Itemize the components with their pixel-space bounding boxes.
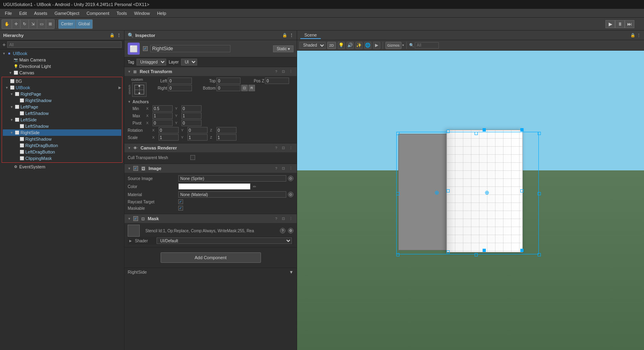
rect-tool[interactable]: ▭ xyxy=(37,20,46,29)
tree-item-bg[interactable]: ⬜ BG xyxy=(3,78,121,84)
step-btn[interactable]: ⏭ xyxy=(625,20,634,28)
material-circle-btn[interactable]: ⊙ xyxy=(288,192,293,197)
canvas-renderer-header[interactable]: ▼ 👁 Canvas Renderer ? ⊡ ⋮ xyxy=(124,143,297,152)
tree-item-rightside[interactable]: ▼ ⬜ RightSide xyxy=(3,129,121,136)
rotation-z-input[interactable] xyxy=(216,127,236,133)
rect-transform-header[interactable]: ▼ ⊞ Rect Transform ? ⊡ ⋮ xyxy=(124,67,297,76)
mask-preset-icon[interactable]: ⊡ xyxy=(281,216,286,221)
menu-component[interactable]: Component xyxy=(83,10,112,16)
move-tool[interactable]: ✛ xyxy=(12,20,20,29)
menu-gameobject[interactable]: GameObject xyxy=(51,10,83,16)
pivot-x-input[interactable] xyxy=(153,120,173,126)
anchors-min-x-input[interactable] xyxy=(153,105,173,112)
anchors-max-x-input[interactable] xyxy=(153,113,173,119)
anchors-header[interactable]: ▼ Anchors xyxy=(128,98,293,105)
anchors-max-y-input[interactable] xyxy=(181,113,202,119)
mask-enabled-checkbox[interactable] xyxy=(133,216,138,221)
scale-z-input[interactable] xyxy=(216,134,236,141)
raycast-checkbox[interactable] xyxy=(178,199,183,204)
menu-help[interactable]: Help xyxy=(154,10,169,16)
rotation-y-input[interactable] xyxy=(187,127,208,133)
scene-fx-icon[interactable]: ✨ xyxy=(355,42,363,49)
layer-select[interactable]: UI xyxy=(181,59,197,65)
tree-item-leftpage[interactable]: ▼ ⬜ LeftPage xyxy=(3,104,121,110)
rotation-x-input[interactable] xyxy=(159,127,179,133)
pivot-y-input[interactable] xyxy=(181,120,202,126)
tree-item-leftside[interactable]: ▼ ⬜ LeftSide xyxy=(3,117,121,123)
rect-transform-preset-icon[interactable]: ⊡ xyxy=(281,69,286,74)
material-picker[interactable]: None (Material) xyxy=(178,191,286,198)
menu-file[interactable]: File xyxy=(2,10,15,16)
left-input[interactable] xyxy=(168,78,192,84)
maskable-checkbox[interactable] xyxy=(178,206,183,211)
hierarchy-search-input[interactable] xyxy=(7,41,122,48)
image-help-icon[interactable]: ? xyxy=(273,166,279,171)
scene-light-icon[interactable]: 💡 xyxy=(338,42,345,49)
image-header[interactable]: ▼ 🖼 Image ? ⊡ ⋮ xyxy=(124,164,297,173)
mask-header[interactable]: ▼ ⊡ Mask ? ⊡ ⋮ xyxy=(124,214,297,223)
mask-settings-circle[interactable]: ⚙ xyxy=(288,228,293,233)
image-menu-icon[interactable]: ⋮ xyxy=(288,166,293,171)
source-image-picker[interactable]: None (Sprite) xyxy=(178,175,286,182)
tree-item-leftshadow2[interactable]: ⬜ LeftShadow xyxy=(3,123,121,129)
tree-item-rightdrag[interactable]: ⬜ RightDragButton xyxy=(3,142,121,149)
scene-anim-icon[interactable]: ▶ xyxy=(373,42,380,49)
menu-assets[interactable]: Assets xyxy=(31,10,51,16)
rt-reset-btn[interactable]: ⊡ xyxy=(241,85,248,91)
rect-transform-help-icon[interactable]: ? xyxy=(273,69,279,74)
rotate-tool[interactable]: ↻ xyxy=(20,20,29,29)
inspector-menu-icon[interactable]: ⋮ xyxy=(289,33,293,37)
pivot-btn[interactable]: Center xyxy=(59,20,76,29)
canvas-renderer-preset-icon[interactable]: ⊡ xyxy=(281,145,286,151)
scene-sky-icon[interactable]: 🌐 xyxy=(364,42,371,49)
menu-tools[interactable]: Tools xyxy=(113,10,130,16)
space-btn[interactable]: Global xyxy=(76,20,92,29)
tree-item-rightshadow[interactable]: ⬜ RightShadow xyxy=(3,97,121,104)
tree-item-maincamera[interactable]: 📷 Main Camera xyxy=(0,57,124,63)
add-component-btn[interactable]: Add Component xyxy=(161,252,261,263)
inspector-lock-icon[interactable]: 🔒 xyxy=(282,33,287,37)
transform-tool[interactable]: ⊞ xyxy=(46,20,54,29)
bottom-input[interactable] xyxy=(216,85,240,91)
source-image-circle-btn[interactable]: ⊙ xyxy=(288,176,293,181)
top-input[interactable] xyxy=(216,78,240,84)
hand-tool[interactable]: ✋ xyxy=(2,20,12,29)
canvas-renderer-menu-icon[interactable]: ⋮ xyxy=(288,145,293,151)
mask-help-icon[interactable]: ? xyxy=(273,216,279,221)
scale-x-input[interactable] xyxy=(159,134,179,141)
shading-mode-select[interactable]: Shaded xyxy=(300,42,326,49)
tree-item-clippingmask[interactable]: ⬜ ClippingMask xyxy=(3,155,121,162)
cull-checkbox[interactable] xyxy=(190,155,195,160)
tree-item-eventsystem[interactable]: ⚙ EventSystem xyxy=(0,164,124,170)
menu-window[interactable]: Window xyxy=(131,10,153,16)
mask-help-circle[interactable]: ? xyxy=(280,228,285,233)
rt-r-btn[interactable]: R xyxy=(249,85,255,91)
menu-edit[interactable]: Edit xyxy=(16,10,30,16)
scene-tab[interactable]: Scene xyxy=(300,32,321,39)
object-enabled-checkbox[interactable] xyxy=(143,46,148,51)
tree-item-rightpage[interactable]: ▼ ⬜ RightPage xyxy=(3,91,121,97)
scale-y-input[interactable] xyxy=(187,134,208,141)
tree-item-leftshadow[interactable]: ⬜ LeftShadow xyxy=(3,110,121,117)
2d-mode-btn[interactable]: 2D xyxy=(327,42,336,49)
tree-item-canvas[interactable]: ▼ ⬜ Canvas xyxy=(0,70,124,76)
image-enabled-checkbox[interactable] xyxy=(133,166,138,171)
shader-expand-icon[interactable]: ▶ xyxy=(129,239,133,243)
scene-viewport[interactable]: ⊕ ⊕ xyxy=(297,51,644,350)
color-pick-icon[interactable]: ✏ xyxy=(253,184,256,189)
tag-select[interactable]: Untagged xyxy=(137,59,166,65)
play-btn[interactable]: ▶ xyxy=(605,20,615,28)
canvas-renderer-help-icon[interactable]: ? xyxy=(273,145,279,151)
shader-select[interactable]: UI/Default xyxy=(157,237,292,244)
mask-menu-icon[interactable]: ⋮ xyxy=(288,216,293,221)
color-swatch[interactable] xyxy=(178,183,251,190)
tree-item-uibook[interactable]: ▼ ■ UIBook xyxy=(0,50,124,57)
scene-audio-icon[interactable]: 🔊 xyxy=(346,42,354,49)
object-name-input[interactable] xyxy=(150,45,230,52)
anchors-min-y-input[interactable] xyxy=(181,105,202,112)
scale-tool[interactable]: ⇲ xyxy=(29,20,37,29)
hierarchy-menu-icon[interactable]: ⋮ xyxy=(117,33,121,37)
tree-item-uibook2[interactable]: ▼ ⬜ UIBook ▶ xyxy=(3,84,121,91)
scene-lock-icon[interactable]: 🔒 xyxy=(630,33,635,37)
rect-transform-menu-icon[interactable]: ⋮ xyxy=(288,69,293,74)
